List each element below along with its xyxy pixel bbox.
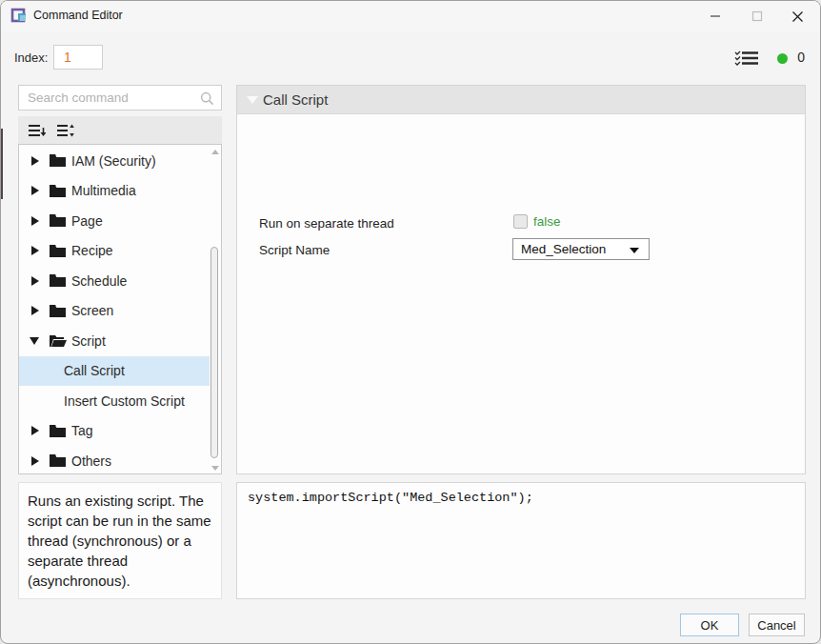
tree-item-label: Recipe	[71, 243, 113, 258]
tree-item-label: Call Script	[64, 363, 125, 378]
sidebar-item-screen[interactable]: Screen	[19, 296, 210, 327]
properties-header[interactable]: Call Script	[237, 86, 805, 114]
index-label: Index:	[14, 50, 48, 65]
script-name-value: Med_Selection	[521, 242, 606, 256]
folder-icon	[50, 453, 66, 467]
tree-item-label: Tag	[71, 423, 93, 438]
chevron-right-icon[interactable]	[31, 426, 39, 435]
tree-item-label: IAM (Security)	[71, 153, 156, 169]
sidebar-item-multimedia[interactable]: Multimedia	[19, 176, 210, 207]
dropdown-caret-icon	[630, 248, 639, 253]
index-input[interactable]	[53, 45, 103, 70]
tree-item-label: Page	[71, 213, 103, 229]
expand-all-icon[interactable]	[55, 122, 74, 139]
tree-item-label: Insert Custom Script	[64, 393, 185, 409]
scroll-down-icon[interactable]	[211, 466, 219, 471]
command-list-icon[interactable]	[734, 50, 759, 67]
window-title: Command Editor	[33, 9, 123, 22]
folder-icon	[50, 273, 66, 287]
status-count: 0	[797, 50, 805, 65]
folder-icon	[50, 304, 66, 317]
tree-scrollbar[interactable]	[210, 146, 220, 474]
sidebar-item-tag[interactable]: Tag	[19, 416, 210, 447]
scroll-up-icon[interactable]	[211, 150, 219, 154]
search-box	[18, 85, 222, 111]
background-window-edge	[1, 129, 3, 199]
tree-item-label: Script	[71, 333, 106, 349]
chevron-down-icon[interactable]	[30, 337, 39, 345]
sidebar-item-script[interactable]: Script	[19, 326, 210, 356]
folder-icon	[50, 184, 66, 197]
script-code-preview: system.importScript("Med_Selection");	[236, 482, 806, 599]
ok-button[interactable]: OK	[680, 614, 739, 636]
sidebar-item-insert-custom-script[interactable]: Insert Custom Script	[19, 386, 210, 416]
tree-item-label: Multimedia	[71, 183, 136, 198]
script-name-dropdown[interactable]: Med_Selection	[512, 238, 650, 260]
title-bar: Command Editor	[1, 1, 820, 31]
chevron-right-icon[interactable]	[31, 456, 39, 466]
script-name-label: Script Name	[259, 243, 330, 257]
tree-item-label: Screen	[71, 303, 113, 318]
chevron-right-icon[interactable]	[31, 216, 39, 226]
chevron-right-icon[interactable]	[31, 156, 39, 166]
chevron-right-icon[interactable]	[31, 186, 39, 195]
section-collapse-icon[interactable]	[247, 96, 258, 104]
command-tree: IAM (Security) Multimedia Page Recipe Sc	[18, 144, 222, 474]
sidebar-item-call-script[interactable]: Call Script	[19, 356, 210, 387]
close-button[interactable]	[776, 1, 818, 31]
collapse-all-icon[interactable]	[27, 122, 46, 139]
command-editor-window: Command Editor Index: 0	[0, 0, 821, 644]
scrollbar-thumb[interactable]	[210, 247, 218, 458]
chevron-right-icon[interactable]	[31, 276, 39, 286]
folder-icon	[50, 424, 66, 437]
minimize-button[interactable]	[694, 1, 736, 31]
properties-panel: Call Script Run on separate thread false…	[236, 85, 806, 474]
maximize-button[interactable]	[736, 1, 778, 31]
run-on-separate-thread-label: Run on separate thread	[259, 216, 394, 231]
sidebar-item-iam-security[interactable]: IAM (Security)	[19, 146, 210, 176]
folder-open-icon	[50, 333, 67, 347]
search-icon	[200, 91, 214, 106]
tree-toolbar	[18, 116, 222, 144]
tree-item-label: Schedule	[71, 273, 127, 289]
run-on-separate-thread-value: false	[533, 214, 561, 229]
folder-icon	[50, 213, 66, 227]
app-logo-icon	[10, 8, 28, 25]
status-ok-dot-icon	[777, 53, 788, 64]
sidebar-item-page[interactable]: Page	[19, 206, 210, 236]
tree-item-label: Others	[71, 453, 111, 469]
search-input[interactable]	[19, 86, 221, 110]
properties-title: Call Script	[263, 91, 328, 108]
folder-icon	[50, 153, 66, 167]
run-on-separate-thread-checkbox[interactable]	[513, 214, 528, 229]
chevron-right-icon[interactable]	[31, 246, 39, 255]
sidebar-item-recipe[interactable]: Recipe	[19, 236, 210, 267]
folder-icon	[50, 244, 66, 257]
command-description: Runs an existing script. The script can …	[18, 482, 222, 599]
cancel-button[interactable]: Cancel	[749, 614, 805, 636]
sidebar-item-schedule[interactable]: Schedule	[19, 266, 210, 296]
chevron-right-icon[interactable]	[31, 306, 39, 315]
sidebar-item-others[interactable]: Others	[19, 446, 210, 474]
